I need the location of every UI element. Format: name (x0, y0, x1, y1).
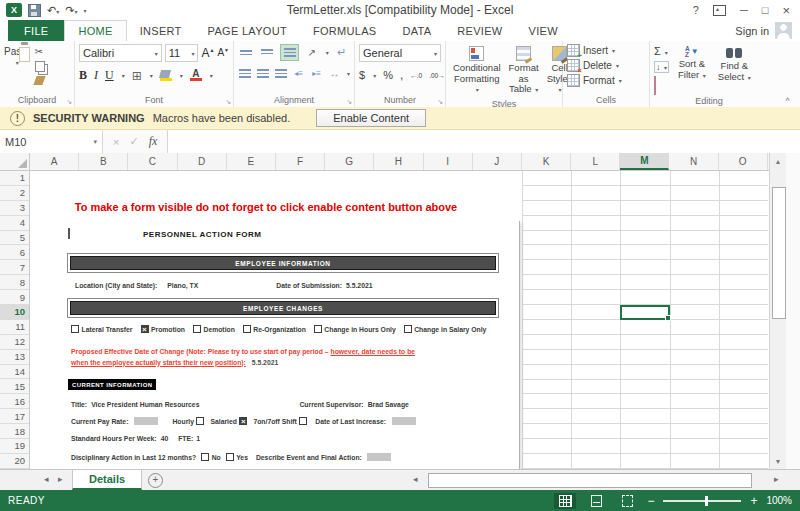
font-size-select[interactable]: 11▾ (165, 44, 199, 62)
accounting-format-icon[interactable]: $ (359, 69, 365, 81)
tab-review[interactable]: REVIEW (444, 20, 515, 41)
save-icon[interactable] (28, 4, 41, 17)
row-header-14[interactable]: 14 (0, 365, 29, 380)
percent-style-icon[interactable]: % (383, 69, 393, 81)
borders-icon[interactable]: ⊞ (132, 69, 142, 83)
help-icon[interactable]: ? (693, 5, 699, 16)
hscroll-right-icon[interactable]: ▸ (774, 474, 779, 484)
tab-data[interactable]: DATA (389, 20, 444, 41)
cancel-formula-icon[interactable]: × (113, 136, 119, 148)
number-dialog-launcher-icon[interactable]: ↘ (437, 98, 443, 105)
column-header-g[interactable]: G (325, 153, 374, 170)
tab-insert[interactable]: INSERT (127, 20, 195, 41)
fill-icon[interactable]: ↓ ▾ (654, 61, 669, 73)
last-increase-field[interactable] (392, 417, 416, 425)
column-header-l[interactable]: L (571, 153, 620, 170)
pay-option-checkbox[interactable] (239, 417, 247, 425)
next-sheet-icon[interactable]: ▸ (58, 474, 63, 484)
comma-style-icon[interactable]: , (400, 68, 403, 82)
disciplinary-option-checkbox[interactable] (226, 453, 234, 461)
row-header-5[interactable]: 5 (0, 231, 29, 246)
tab-page-layout[interactable]: PAGE LAYOUT (195, 20, 300, 41)
row-header-18[interactable]: 18 (0, 424, 29, 439)
scroll-down-icon[interactable]: ▼ (770, 453, 786, 469)
page-layout-view-button[interactable] (585, 493, 607, 509)
decrease-font-size-icon[interactable]: A▼ (217, 47, 229, 58)
align-center-icon[interactable] (256, 66, 269, 81)
column-header-n[interactable]: N (669, 153, 718, 170)
tab-file[interactable]: FILE (8, 20, 64, 41)
row-header-10[interactable]: 10 (0, 305, 29, 320)
row-header-17[interactable]: 17 (0, 409, 29, 424)
hscroll-left-icon[interactable]: ◂ (413, 474, 418, 484)
pay-option-checkbox[interactable] (196, 417, 204, 425)
zoom-in-icon[interactable]: + (750, 495, 757, 507)
cut-icon[interactable]: ✂ (35, 46, 45, 57)
row-header-12[interactable]: 12 (0, 335, 29, 350)
conditional-formatting-button[interactable]: Conditional Formatting ▾ (450, 44, 504, 98)
change-option-checkbox[interactable] (71, 325, 79, 333)
middle-align-icon[interactable] (259, 45, 275, 60)
new-sheet-icon[interactable]: + (148, 473, 163, 488)
change-option-checkbox[interactable] (243, 325, 251, 333)
italic-icon[interactable]: I (94, 68, 98, 83)
column-header-a[interactable]: A (30, 153, 79, 170)
selected-cell-m10[interactable] (620, 305, 669, 320)
ribbon-display-options-icon[interactable] (713, 5, 726, 16)
tab-view[interactable]: VIEW (516, 20, 571, 41)
align-left-icon[interactable] (238, 66, 251, 81)
increase-decimal-icon[interactable]: ←.0 (410, 72, 422, 79)
column-header-d[interactable]: D (178, 153, 227, 170)
page-break-view-button[interactable] (616, 493, 638, 509)
cells-area[interactable]: To make a form visible do not forget to … (30, 171, 768, 469)
change-option-checkbox[interactable] (404, 325, 412, 333)
column-header-i[interactable]: I (424, 153, 473, 170)
enable-content-button[interactable]: Enable Content (316, 109, 426, 127)
row-header-15[interactable]: 15 (0, 379, 29, 394)
horizontal-scroll-thumb[interactable] (428, 473, 752, 488)
row-header-16[interactable]: 16 (0, 394, 29, 409)
change-option-checkbox[interactable] (314, 325, 322, 333)
customize-qat-icon[interactable]: ▾ (83, 7, 86, 14)
disciplinary-option-checkbox[interactable] (201, 453, 209, 461)
row-header-2[interactable]: 2 (0, 186, 29, 201)
column-header-f[interactable]: F (276, 153, 325, 170)
close-icon[interactable]: × (782, 4, 790, 17)
decrease-indent-icon[interactable]: ◂≡ (292, 66, 305, 81)
row-header-9[interactable]: 9 (0, 290, 29, 305)
tab-home[interactable]: HOME (64, 20, 126, 42)
row-header-3[interactable]: 3 (0, 201, 29, 216)
row-header-7[interactable]: 7 (0, 260, 29, 275)
fill-color-icon[interactable] (160, 70, 172, 81)
orientation-icon[interactable]: ↗ (304, 45, 320, 60)
name-box[interactable]: M10 ▾ (0, 130, 103, 153)
row-header-6[interactable]: 6 (0, 245, 29, 260)
pay-option-checkbox[interactable] (299, 417, 307, 425)
name-box-dropdown-icon[interactable]: ▾ (93, 138, 97, 146)
font-name-select[interactable]: Calibri▾ (79, 44, 162, 62)
tab-formulas[interactable]: FORMULAS (300, 20, 390, 41)
enter-formula-icon[interactable]: ✓ (129, 135, 138, 148)
column-header-k[interactable]: K (522, 153, 571, 170)
increase-indent-icon[interactable]: ▸≡ (310, 66, 323, 81)
vertical-scroll-thumb[interactable] (772, 187, 786, 319)
format-painter-icon[interactable] (33, 76, 45, 85)
row-header-4[interactable]: 4 (0, 216, 29, 231)
maximize-icon[interactable]: □ (762, 5, 769, 16)
select-all-corner[interactable] (0, 153, 30, 170)
paste-button[interactable]: Paste▾ (4, 44, 30, 67)
change-option-checkbox[interactable] (193, 325, 201, 333)
column-header-o[interactable]: O (719, 153, 768, 170)
describe-field[interactable] (367, 453, 391, 461)
redo-icon[interactable]: ↷▾ (65, 5, 77, 16)
align-right-icon[interactable] (274, 66, 287, 81)
vertical-scrollbar[interactable]: ▲ ▼ (769, 153, 786, 469)
row-header-8[interactable]: 8 (0, 275, 29, 290)
bottom-align-icon[interactable] (280, 44, 298, 61)
column-header-m[interactable]: M (620, 153, 669, 170)
sort-filter-button[interactable]: AZ▼ Sort & Filter ▾ (675, 44, 709, 83)
previous-sheet-icon[interactable]: ◂ (44, 474, 49, 484)
column-header-b[interactable]: B (79, 153, 128, 170)
scroll-up-icon[interactable]: ▲ (770, 153, 786, 169)
row-header-1[interactable]: 1 (0, 171, 29, 186)
